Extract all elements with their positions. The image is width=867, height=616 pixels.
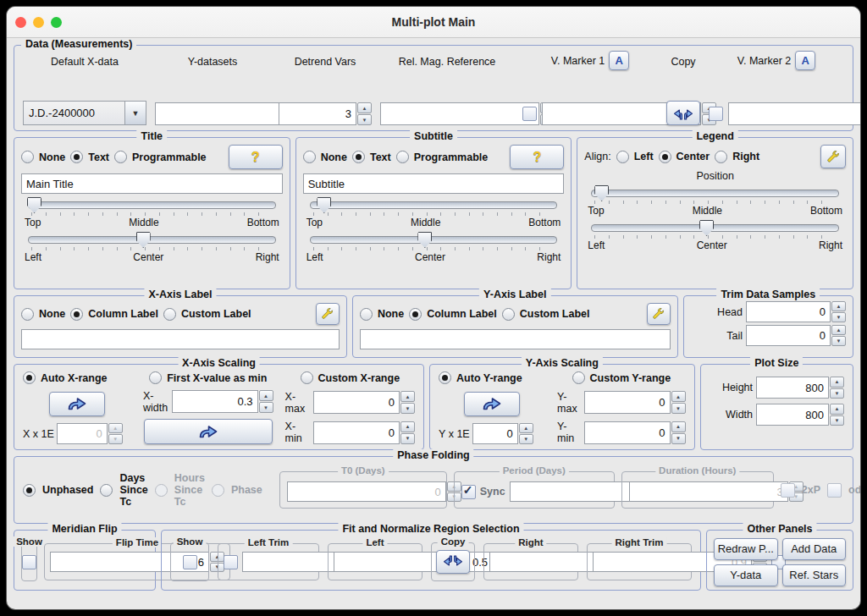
copy-markers-button[interactable] [666,101,700,125]
slider-thumb[interactable] [417,232,432,248]
trim-head-spinner[interactable]: ▲▼ [746,301,846,322]
x-width-spinner[interactable]: ▲▼ [172,390,273,413]
t0-spinner[interactable]: ▲▼ [287,481,461,502]
plot-width-spinner[interactable]: ▲▼ [756,404,844,426]
plot-height-field[interactable] [756,377,829,399]
title-text-radio[interactable] [70,151,83,163]
spin-up-icon[interactable]: ▲ [831,325,846,335]
subtitle-text-radio[interactable] [352,151,365,163]
y-label-column-radio[interactable] [409,308,422,321]
fit-left-spinner[interactable]: ▲▼ [334,552,508,572]
slider-thumb[interactable] [27,197,41,213]
phase-radio[interactable] [212,484,224,497]
spin-down-icon[interactable]: ▼ [671,433,686,444]
v-marker2-field[interactable] [728,102,860,125]
detrend-vars-spinner[interactable]: ▲▼ [279,102,372,125]
v-marker2-spinner[interactable]: ▲▼ [728,102,860,125]
x-max-field[interactable] [313,391,400,414]
x-label-settings-button[interactable] [316,303,340,325]
y-label-custom-radio[interactable] [502,308,515,321]
ref-stars-button[interactable]: Ref. Stars [782,564,847,586]
spin-up-icon[interactable]: ▲ [108,423,123,433]
spin-down-icon[interactable]: ▼ [259,402,273,413]
meridian-show-checkbox[interactable] [22,555,36,569]
x-autoscale-button[interactable] [49,392,105,416]
subtitle-horizontal-slider[interactable]: Left Center Right [303,236,565,263]
legend-horizontal-slider[interactable]: Left Center Right [584,224,846,251]
x-label-column-radio[interactable] [70,308,83,321]
rel-mag-reference-field[interactable] [380,102,539,125]
spin-down-icon[interactable]: ▼ [400,433,415,444]
custom-x-range-radio[interactable] [301,371,313,384]
fit-show-checkbox[interactable] [183,555,197,569]
default-x-data-combobox[interactable]: J.D.-2400000 ▼ [23,101,146,125]
spin-up-icon[interactable]: ▲ [671,421,686,432]
y-max-spinner[interactable]: ▲▼ [584,391,686,414]
spin-up-icon[interactable]: ▲ [831,301,846,311]
title-text-input[interactable] [21,173,283,194]
first-x-value-radio[interactable] [149,371,162,384]
legend-vertical-slider[interactable]: Top Middle Bottom [584,190,846,217]
legend-settings-button[interactable] [820,145,846,168]
hours-since-tc-radio[interactable] [155,484,168,497]
spin-down-icon[interactable]: ▼ [108,434,123,444]
spin-up-icon[interactable]: ▲ [671,391,686,402]
subtitle-none-radio[interactable] [303,151,316,163]
x-label-custom-radio[interactable] [163,308,176,321]
duration-field[interactable] [629,481,788,502]
y-label-none-radio[interactable] [360,308,373,321]
auto-y-range-radio[interactable] [439,371,451,384]
spin-down-icon[interactable]: ▼ [671,403,686,414]
v-marker2-checkbox[interactable] [709,107,723,121]
title-vertical-slider[interactable]: Top Middle Bottom [21,201,283,228]
slider-thumb[interactable] [136,232,151,248]
y-label-settings-button[interactable] [647,303,671,325]
custom-y-range-radio[interactable] [572,371,585,384]
x-max-spinner[interactable]: ▲▼ [313,391,415,414]
spin-up-icon[interactable]: ▲ [400,391,415,402]
trim-tail-field[interactable] [746,325,831,346]
x-min-spinner[interactable]: ▲▼ [313,421,415,444]
v-marker1-checkbox[interactable] [522,107,537,121]
subtitle-vertical-slider[interactable]: Top Middle Bottom [303,201,565,228]
spin-up-icon[interactable]: ▲ [830,404,844,415]
slider-thumb[interactable] [317,197,331,213]
y-min-field[interactable] [584,421,671,444]
y-mult-field[interactable] [472,423,518,444]
title-programmable-radio[interactable] [114,151,127,163]
x-axis-label-input[interactable] [21,329,340,349]
spin-down-icon[interactable]: ▼ [357,114,372,125]
trim-tail-spinner[interactable]: ▲▼ [746,325,846,346]
x-mult-field[interactable] [57,423,108,444]
legend-align-left-radio[interactable] [616,151,629,163]
oddeven-checkbox[interactable] [827,483,842,498]
unphased-radio[interactable] [23,484,36,497]
subtitle-text-input[interactable] [303,173,565,194]
t0-field[interactable] [287,481,446,502]
combobox-dropdown-arrow-icon[interactable]: ▼ [124,102,146,124]
x-mult-spinner[interactable]: ▲▼ [57,423,123,444]
redraw-plot-button[interactable]: Redraw P... [714,538,778,560]
duration-spinner[interactable]: ▲▼ [629,481,803,502]
spin-up-icon[interactable]: ▲ [357,102,372,113]
plot-height-spinner[interactable]: ▲▼ [756,377,844,399]
y-mult-spinner[interactable]: ▲▼ [472,423,533,444]
v-marker2-auto-button[interactable]: A [795,51,815,70]
plot-width-field[interactable] [756,404,829,426]
detrend-vars-field[interactable] [279,102,356,125]
title-horizontal-slider[interactable]: Left Center Right [21,236,283,263]
add-data-button[interactable]: Add Data [782,538,847,560]
spin-up-icon[interactable]: ▲ [830,377,844,388]
slider-thumb[interactable] [594,185,609,201]
subtitle-programmable-radio[interactable] [396,151,409,163]
legend-align-right-radio[interactable] [715,151,727,163]
subtitle-help-button[interactable]: ? [510,145,564,169]
y-max-field[interactable] [584,391,671,414]
legend-align-center-radio[interactable] [659,151,671,163]
title-help-button[interactable]: ? [229,145,283,169]
spin-down-icon[interactable]: ▼ [400,403,415,414]
spin-up-icon[interactable]: ▲ [400,421,415,432]
x-width-apply-button[interactable] [144,419,273,444]
spin-up-icon[interactable]: ▲ [519,423,533,433]
spin-down-icon[interactable]: ▼ [830,415,844,426]
